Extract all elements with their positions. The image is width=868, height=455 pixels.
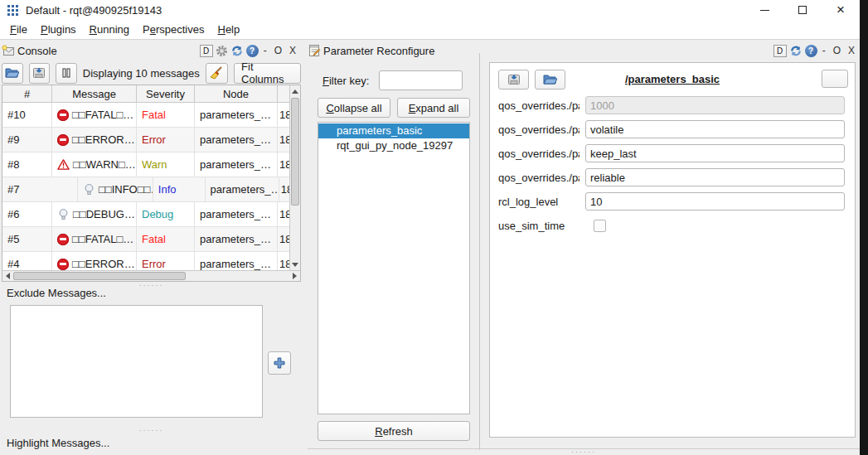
menu-plugins[interactable]: Plugins (34, 22, 83, 37)
splitter-handle[interactable]: ······ (2, 428, 301, 434)
exclude-messages-list[interactable] (10, 305, 263, 418)
row-number: #5 (2, 227, 52, 251)
rqt-window: Default - rqt@490925f19143 × File Plugin… (0, 0, 860, 455)
settings-gear-icon[interactable] (216, 45, 228, 57)
tree-item-rqt-gui-py-node[interactable]: rqt_gui_py_node_19297 (318, 138, 469, 153)
node-cell: parameters_… (195, 152, 278, 177)
scroll-down-arrow[interactable] (290, 259, 300, 270)
column-header-node[interactable]: Node (195, 85, 278, 102)
param-dock-minimize[interactable]: - (820, 45, 828, 56)
parameter-label: qos_overrides./pa (498, 148, 579, 160)
menu-help[interactable]: Help (211, 22, 246, 37)
parameter-value-input[interactable] (585, 144, 845, 162)
horizontal-scrollbar[interactable] (2, 270, 300, 281)
table-row[interactable]: #9 □□ERROR… Error parameters_… 18 (2, 128, 291, 152)
table-row[interactable]: #7 □□INFO□□… Info parameters_… 18 (2, 177, 291, 202)
node-cell: parameters_… (195, 103, 278, 127)
param-dock-title: Parameter Reconfigure (323, 45, 434, 57)
refresh-button[interactable]: Refresh (318, 421, 470, 441)
console-dock-restore[interactable]: O (272, 45, 284, 56)
maximize-icon (798, 6, 807, 14)
node-cell: parameters_… (195, 202, 278, 226)
menu-perspectives[interactable]: Perspectives (136, 22, 211, 37)
message-cell: □□INFO□□… (99, 183, 153, 196)
load-params-button[interactable] (498, 70, 529, 90)
parameter-rows: qos_overrides./pa qos_overrides./pa qos_… (490, 96, 855, 235)
maximize-button[interactable] (783, 0, 822, 20)
save-icon (32, 67, 46, 79)
node-cell: parameters_… (195, 128, 278, 152)
row-number: #7 (2, 177, 78, 201)
param-dock-d-button[interactable]: D (773, 45, 787, 57)
parameter-row: qos_overrides./pa (490, 96, 855, 114)
parameter-label: rcl_log_level (498, 196, 579, 208)
parameter-label: use_sim_time (498, 220, 579, 232)
scroll-left-arrow[interactable] (2, 271, 13, 281)
save-messages-button[interactable] (29, 63, 51, 84)
table-row[interactable]: #5 □□FATAL□… Fatal parameters_… 18 (2, 227, 291, 252)
parameter-value-input[interactable] (585, 120, 845, 138)
scroll-right-arrow[interactable] (289, 271, 300, 281)
parameter-value-input[interactable] (585, 192, 845, 211)
param-dock-close[interactable]: X (846, 45, 857, 56)
param-dock-restore[interactable]: O (831, 45, 843, 56)
table-row[interactable]: #4 □□ERROR… Error parameters_… 18 (2, 252, 291, 271)
pause-button[interactable] (56, 63, 77, 84)
add-exclude-filter-button[interactable] (268, 351, 291, 375)
parameter-reconfigure-dock: Parameter Reconfigure D ? - O X Filter k… (308, 41, 860, 453)
node-cell: parameters_… (195, 252, 278, 271)
selected-node-title: /parameters_basic (581, 73, 764, 85)
column-header-severity[interactable]: Severity (137, 85, 195, 102)
expand-all-button[interactable]: Expand all (397, 98, 470, 118)
parameter-value-input (585, 96, 845, 114)
clear-messages-button[interactable] (206, 63, 228, 84)
exclude-messages-label: Exclude Messages... (7, 287, 106, 299)
filter-key-input[interactable] (379, 70, 463, 90)
console-dock-minimize[interactable]: - (261, 45, 269, 56)
horizontal-scroll-thumb[interactable] (13, 272, 186, 280)
fit-columns-button[interactable]: Fit Columns (234, 63, 301, 84)
scroll-up-arrow[interactable] (290, 85, 300, 97)
row-number: #9 (2, 128, 52, 152)
severity-cell: Fatal (137, 227, 195, 251)
menu-running[interactable]: Running (83, 22, 136, 37)
warning-icon (57, 158, 70, 171)
parameter-reconfigure-icon (308, 44, 321, 57)
minimize-icon (760, 10, 769, 11)
message-cell: □□ERROR… (72, 133, 135, 146)
severity-cell: Error (137, 128, 195, 152)
editor-extra-button[interactable] (822, 70, 848, 88)
parameter-row: rcl_log_level (490, 192, 855, 211)
vertical-scroll-thumb[interactable] (291, 98, 299, 206)
row-number: #6 (2, 202, 52, 226)
severity-cell: Warn (137, 152, 195, 177)
console-dock-header: Console D ? - O X (2, 41, 301, 60)
table-row[interactable]: #8 □□WARN□… Warn parameters_… 18 (2, 152, 291, 177)
refresh-icon[interactable] (789, 45, 803, 57)
panel-splitter[interactable] (479, 53, 480, 450)
refresh-icon[interactable] (230, 45, 244, 57)
help-icon[interactable]: ? (805, 45, 817, 57)
parameter-value-input[interactable] (585, 168, 845, 186)
message-cell: □□ERROR… (72, 258, 135, 270)
minimize-button[interactable] (745, 0, 783, 20)
use-sim-time-checkbox[interactable] (594, 220, 606, 232)
close-button[interactable]: × (822, 0, 860, 20)
table-row[interactable]: #6 □□DEBUG… Debug parameters_… 18 (2, 202, 291, 227)
load-messages-button[interactable] (2, 63, 23, 84)
column-header-num[interactable]: # (2, 85, 52, 102)
bottom-splitter[interactable]: ······ (308, 448, 860, 449)
param-dock-header: Parameter Reconfigure D ? - O X (308, 41, 860, 60)
save-params-button[interactable] (535, 70, 565, 90)
table-row[interactable]: #10 □□FATAL□… Fatal parameters_… 18 (2, 103, 291, 128)
tree-item-parameters-basic[interactable]: parameters_basic (318, 123, 469, 138)
highlight-messages-label: Highlight Messages... (7, 437, 109, 449)
help-icon[interactable]: ? (246, 45, 259, 57)
console-dock-close[interactable]: X (287, 45, 298, 56)
console-dock-d-button[interactable]: D (200, 45, 213, 57)
collapse-all-button[interactable]: Collapse all (318, 98, 390, 118)
plus-icon (274, 357, 285, 369)
menu-file[interactable]: File (3, 22, 34, 37)
column-header-message[interactable]: Message (52, 85, 137, 102)
vertical-scrollbar[interactable] (289, 85, 300, 270)
